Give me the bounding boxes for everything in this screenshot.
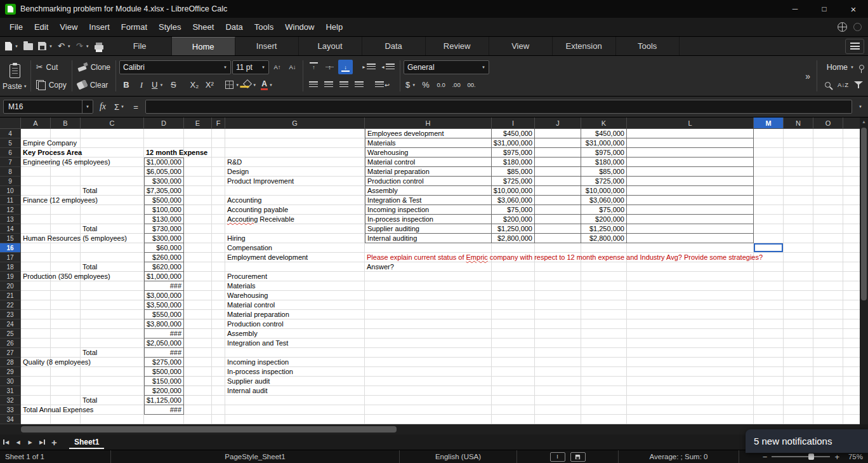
cell-N5[interactable] [784, 138, 813, 148]
cell-K10[interactable]: $10,000,000 [581, 186, 627, 196]
menu-format[interactable]: Format [115, 19, 153, 35]
cell-N34[interactable] [784, 415, 813, 424]
cell-C11[interactable] [81, 196, 144, 205]
cell-I12[interactable]: $75,000 [492, 205, 535, 215]
zoom-slider-thumb[interactable] [808, 453, 814, 460]
cell-D19[interactable]: $1,000,000 [144, 272, 184, 281]
cell-C31[interactable] [81, 386, 144, 396]
cell-M14[interactable] [754, 224, 784, 234]
expand-formula-bar-button[interactable]: ▼ [855, 100, 865, 114]
cell-M8[interactable] [754, 167, 784, 177]
cell-K16[interactable] [581, 243, 627, 253]
cell-H32[interactable] [365, 396, 492, 405]
cell-M21[interactable] [754, 291, 784, 300]
cell-M20[interactable] [754, 281, 784, 291]
horizontal-scrollbar-thumb[interactable] [21, 426, 397, 433]
cell-O20[interactable] [813, 281, 843, 291]
number-format-button[interactable]: 0.0 [434, 77, 448, 92]
cell-M27[interactable] [754, 348, 784, 358]
cell-O13[interactable] [813, 215, 843, 224]
cell-I6[interactable]: $975,000 [492, 148, 535, 158]
cell-B30[interactable] [51, 377, 81, 386]
cell-C25[interactable] [81, 329, 144, 339]
column-header-O[interactable]: O [813, 117, 843, 129]
row-header-29[interactable]: 29 [0, 367, 21, 377]
cell-E32[interactable] [184, 396, 212, 405]
sheet-tab-sheet1[interactable]: Sheet1 [65, 434, 108, 450]
cell-A31[interactable] [21, 386, 51, 396]
cell-L9[interactable] [627, 177, 754, 186]
cell-H28[interactable] [365, 358, 492, 367]
cell-B28[interactable] [51, 358, 81, 367]
font-size-combobox[interactable]: 11 pt▼ [232, 60, 269, 74]
cell-H31[interactable] [365, 386, 492, 396]
row-header-16[interactable]: 16 [0, 243, 21, 253]
cell-G27[interactable] [225, 348, 365, 358]
cell-I15[interactable]: $2,800,000 [492, 234, 535, 243]
cell-E26[interactable] [184, 339, 212, 348]
cell-F8[interactable] [212, 167, 225, 177]
cell-C19[interactable] [81, 272, 144, 281]
home-section-label[interactable]: Home [827, 63, 848, 72]
menu-tools[interactable]: Tools [249, 19, 279, 35]
justify-button[interactable] [352, 77, 366, 92]
save-button[interactable]: ▼ [36, 41, 55, 51]
cell-J11[interactable] [535, 196, 581, 205]
row-header-15[interactable]: 15 [0, 234, 21, 243]
cell-J26[interactable] [535, 339, 581, 348]
cell-F4[interactable] [212, 129, 225, 138]
last-sheet-button[interactable]: ▶ [36, 434, 48, 450]
row-header-8[interactable]: 8 [0, 167, 21, 177]
cell-L33[interactable] [627, 405, 754, 415]
sort-button[interactable]: A↓Z [836, 77, 850, 92]
cell-E13[interactable] [184, 215, 212, 224]
sum-button[interactable]: Σ▼ [112, 100, 126, 114]
cell-J15[interactable] [535, 234, 581, 243]
cell-K9[interactable]: $725,000 [581, 177, 627, 186]
cell-E8[interactable] [184, 167, 212, 177]
cell-N26[interactable] [784, 339, 813, 348]
cell-E10[interactable] [184, 186, 212, 196]
menu-view[interactable]: View [54, 19, 83, 35]
cell-O15[interactable] [813, 234, 843, 243]
row-header-14[interactable]: 14 [0, 224, 21, 234]
cell-I31[interactable] [492, 386, 535, 396]
cell-N10[interactable] [784, 186, 813, 196]
cell-G34[interactable] [225, 415, 365, 424]
cell-J30[interactable] [535, 377, 581, 386]
menu-edit[interactable]: Edit [29, 19, 54, 35]
cell-B25[interactable] [51, 329, 81, 339]
cell-I20[interactable] [492, 281, 535, 291]
cell-H15[interactable]: Internal auditing [365, 234, 492, 243]
menu-button[interactable] [845, 39, 864, 54]
menu-file[interactable]: File [4, 19, 29, 35]
cell-N32[interactable] [784, 396, 813, 405]
cell-N4[interactable] [784, 129, 813, 138]
menu-sheet[interactable]: Sheet [187, 19, 220, 35]
cell-H13[interactable]: In-process inspection [365, 215, 492, 224]
cell-I16[interactable] [492, 243, 535, 253]
cell-A14[interactable] [21, 224, 51, 234]
cell-K25[interactable] [581, 329, 627, 339]
cell-O16[interactable] [813, 243, 843, 253]
cell-N6[interactable] [784, 148, 813, 158]
name-box[interactable]: M16 ▼ [3, 100, 93, 114]
row-header-27[interactable]: 27 [0, 348, 21, 358]
cell-E14[interactable] [184, 224, 212, 234]
cell-D20[interactable]: ### [144, 281, 184, 291]
cell-A29[interactable] [21, 367, 51, 377]
cell-H18[interactable]: Answer? [365, 262, 492, 272]
cell-K30[interactable] [581, 377, 627, 386]
cell-B34[interactable] [51, 415, 81, 424]
cell-N29[interactable] [784, 367, 813, 377]
cell-F32[interactable] [212, 396, 225, 405]
cell-C15[interactable] [81, 234, 144, 243]
cell-L28[interactable] [627, 358, 754, 367]
cell-F17[interactable] [212, 253, 225, 262]
currency-format-button[interactable]: $▼ [404, 77, 418, 92]
align-left-button[interactable] [306, 77, 320, 92]
cell-L17[interactable] [627, 253, 754, 262]
cell-J31[interactable] [535, 386, 581, 396]
cell-L29[interactable] [627, 367, 754, 377]
cell-H33[interactable] [365, 405, 492, 415]
